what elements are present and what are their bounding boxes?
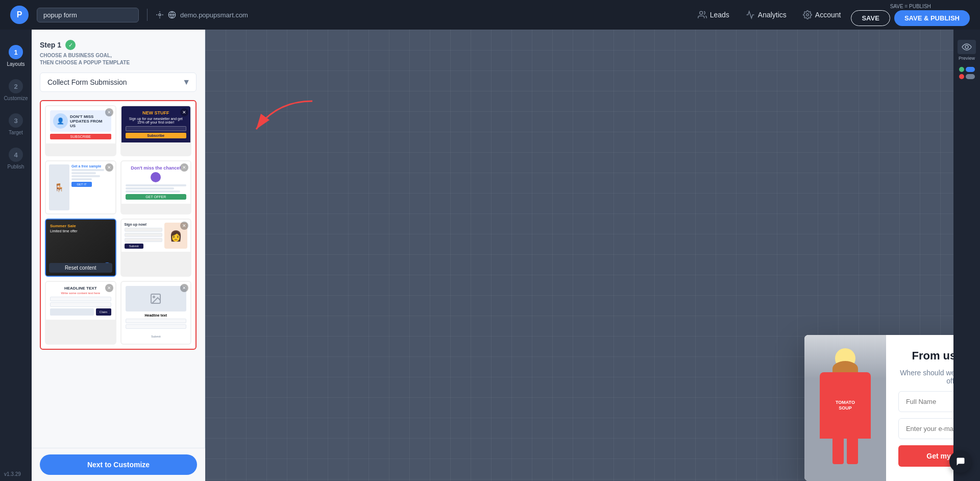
tmpl-sale-title: Summer Sale [50, 224, 111, 228]
preview-button[interactable]: Preview [958, 40, 976, 61]
tmpl-sale-sub: Limited time offer [50, 229, 111, 233]
template-close-icon[interactable]: ✕ [180, 163, 188, 172]
step-2-circle: 2 [9, 79, 23, 93]
toggle-green-dot [959, 67, 964, 72]
svg-point-3 [806, 14, 809, 16]
tmpl-action-btn: GET IT [71, 182, 92, 187]
svg-point-0 [159, 14, 161, 16]
toggle-off-switch[interactable] [966, 74, 975, 79]
step-3-label: Target [9, 130, 23, 135]
tmpl-action-btn: GET OFFER [126, 194, 187, 200]
template-close-icon[interactable]: ✕ [105, 163, 113, 172]
site-url: demo.popupsmart.com [156, 11, 248, 19]
tmpl-tomato-soup-text: TOMATOSOUP [836, 400, 855, 411]
template-card-signup[interactable]: ✕ Sign up now! Submit 👩 [120, 219, 192, 277]
nav-divider [147, 9, 148, 21]
main-canvas: ✕ TOMATOSOUP [205, 30, 980, 481]
tmpl-email-field [126, 319, 187, 323]
step-2-label: Customize [4, 95, 28, 101]
template-close-icon[interactable]: ✕ [180, 222, 188, 230]
svg-point-5 [153, 296, 155, 298]
preview-label: Preview [959, 56, 975, 61]
leads-link[interactable]: Leads [692, 7, 736, 22]
topnav-links: Leads Analytics Account SAVE = PUBLISH S… [692, 4, 970, 26]
template-card-new-stuff[interactable]: ✕ NEW STUFF Sign up for our newsletter a… [120, 105, 192, 156]
tmpl-new-stuff-title: NEW STUFF [126, 110, 187, 115]
step-4-label: Publish [8, 164, 24, 170]
step-1-circle: 1 [9, 45, 23, 59]
popup-name-input[interactable] [37, 8, 139, 22]
leads-icon [698, 10, 707, 19]
svg-point-7 [965, 45, 968, 49]
template-close-icon[interactable]: ✕ [180, 108, 188, 116]
tmpl-subscribe-btn: Subscribe [126, 133, 187, 138]
tmpl-name-field [126, 324, 187, 329]
template-card-headline[interactable]: ✕ HEADLINE TEXT Write some content text … [45, 281, 116, 345]
account-link[interactable]: Account [797, 7, 847, 22]
template-close-icon[interactable]: ✕ [180, 284, 188, 292]
chat-icon [955, 456, 966, 467]
save-publish-button[interactable]: SAVE & PUBLISH [894, 10, 970, 26]
reset-content-button[interactable]: Reset content [49, 263, 112, 273]
edit-icon [156, 11, 164, 19]
step-2-item[interactable]: 2 Customize [0, 74, 32, 106]
logo[interactable]: P [10, 6, 29, 24]
step-1-item[interactable]: 1 Layouts [0, 40, 32, 72]
arrow-indicator [246, 96, 317, 139]
steps-sidebar: 1 Layouts 2 Customize 3 Target 4 Publish [0, 30, 32, 481]
tmpl-submit-text: Submit [126, 330, 187, 340]
toggle-red-dot [959, 74, 964, 79]
tmpl-chance-title: Don't miss the chance! [126, 165, 187, 171]
toggle-green-item[interactable] [959, 67, 975, 72]
svg-point-2 [699, 11, 702, 14]
template-card-dont-miss[interactable]: ✕ 👤 DON'T MISSUPDATES FROM US SUBSCRIBE [45, 105, 116, 156]
tmpl-subscribe-btn: SUBSCRIBE [50, 134, 111, 139]
right-panel: Preview [953, 30, 980, 481]
tmpl-headline-title: HEADLINE TEXT [50, 286, 111, 291]
tmpl-field-2 [50, 302, 111, 307]
goal-dropdown-wrap: Collect Form Submission ▼ [40, 73, 197, 92]
template-card-product[interactable]: ✕ 🪑 Get a free sample GET IT [45, 160, 116, 214]
globe-icon [168, 11, 176, 19]
tmpl-email-input [126, 126, 187, 131]
analytics-icon [746, 10, 755, 19]
eye-icon [962, 43, 972, 51]
panel-footer: Next to Customize [32, 448, 205, 481]
tmpl-claim-btn: Claim [96, 308, 111, 316]
save-publish-group: SAVE = PUBLISH SAVE SAVE & PUBLISH [851, 4, 970, 26]
tmpl-new-stuff-sub: Sign up for our newsletter and get 15% o… [126, 117, 187, 124]
step-4-item[interactable]: 4 Publish [0, 142, 32, 175]
toggle-on-switch[interactable] [966, 67, 975, 72]
step-4-circle: 4 [9, 148, 23, 162]
template-close-icon[interactable]: ✕ [105, 108, 113, 116]
save-button[interactable]: SAVE [851, 10, 890, 26]
step-complete-check: ✓ [65, 40, 76, 50]
step-subtitle: CHOOSE A BUSINESS GOAL,THEN CHOOSE A POP… [40, 52, 197, 66]
template-close-icon[interactable]: ✕ [105, 284, 113, 292]
preview-icon [958, 40, 976, 54]
toggle-red-item[interactable] [959, 74, 975, 79]
layout-panel: Step 1 ✓ CHOOSE A BUSINESS GOAL,THEN CHO… [32, 30, 205, 481]
tmpl-submit-btn: Submit [125, 244, 143, 249]
templates-grid: ✕ 👤 DON'T MISSUPDATES FROM US SUBSCRIBE … [40, 100, 197, 350]
tmpl-headline-text: Headline text [126, 314, 187, 317]
popup-image-panel: TOMATOSOUP [804, 335, 886, 481]
chat-button[interactable] [949, 450, 972, 473]
step-3-item[interactable]: 3 Target [0, 108, 32, 140]
template-card-dark-sale[interactable]: Summer Sale Limited time offer ✓ Reset c… [45, 219, 116, 277]
step-header: Step 1 ✓ [40, 40, 197, 50]
step-title: Step 1 [40, 41, 61, 49]
tmpl-field-1 [50, 297, 111, 301]
tmpl-product-image: 🪑 [49, 164, 69, 210]
tmpl-figure: 👤 [53, 113, 68, 129]
step-3-circle: 3 [9, 113, 23, 128]
toggle-controls [959, 67, 975, 79]
analytics-link[interactable]: Analytics [740, 7, 793, 22]
save-publish-note: SAVE = PUBLISH [890, 4, 931, 9]
tmpl-headline-sub: Write some content text here [50, 292, 111, 295]
tmpl-dont-miss-title: DON'T MISSUPDATES FROM US [70, 114, 108, 128]
template-card-dont-miss-chance[interactable]: ✕ Don't miss the chance! GET OFFER [120, 160, 192, 214]
goal-dropdown[interactable]: Collect Form Submission [40, 73, 197, 92]
template-card-headline-img[interactable]: ✕ Headline text Submit [120, 281, 192, 345]
next-to-customize-button[interactable]: Next to Customize [40, 454, 197, 475]
